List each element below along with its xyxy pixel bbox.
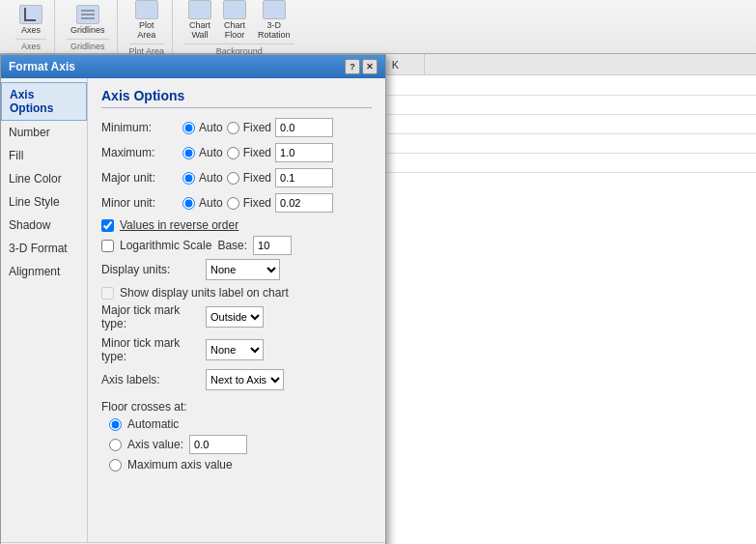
- gridlines-group-label: Gridlines: [67, 39, 109, 51]
- 3d-rotation-icon: [263, 0, 286, 19]
- major-unit-fixed-radio[interactable]: [227, 172, 239, 185]
- major-unit-auto-label: Auto: [199, 171, 223, 185]
- base-value-input[interactable]: [253, 236, 292, 255]
- chart-wall-icon: [188, 0, 211, 19]
- close-x-button[interactable]: ✕: [362, 59, 378, 74]
- major-tick-label: Major tick mark type:: [101, 303, 198, 330]
- nav-shadow[interactable]: Shadow: [1, 214, 87, 237]
- nav-axis-options[interactable]: Axis Options: [1, 82, 87, 121]
- floor-automatic-row: Automatic: [101, 417, 372, 431]
- minor-unit-row: Minor unit: Auto Fixed: [101, 193, 372, 213]
- minor-unit-label: Minor unit:: [101, 196, 179, 210]
- floor-crosses-title: Floor crosses at:: [101, 400, 372, 414]
- display-units-select[interactable]: None Hundreds Thousands: [206, 259, 280, 280]
- gridlines-icon: [76, 5, 99, 24]
- display-units-label: Display units:: [101, 263, 198, 276]
- minimum-fixed-label: Fixed: [243, 121, 271, 134]
- minimum-fixed-radio[interactable]: [227, 122, 239, 134]
- dialog-nav: Axis Options Number Fill Line Color Line…: [1, 78, 88, 542]
- nav-fill[interactable]: Fill: [1, 144, 87, 167]
- chart-wall-label: Chart: [189, 20, 210, 30]
- main-area: Format Axis ? ✕ Axis Options Number Fill…: [0, 54, 756, 544]
- toolbar-group-plotarea: Plot Area Plot Area: [122, 0, 174, 53]
- values-reverse-row: Values in reverse order: [101, 218, 372, 232]
- section-title: Axis Options: [101, 88, 372, 108]
- minor-tick-select[interactable]: None Inside Outside Cross: [206, 339, 264, 360]
- minor-unit-fixed-radio[interactable]: [227, 197, 239, 210]
- axis-labels-select[interactable]: None Low High Next to Axis: [206, 369, 284, 390]
- base-label: Base:: [217, 239, 247, 252]
- minimum-auto-label: Auto: [199, 121, 223, 134]
- minimum-auto-radio[interactable]: [182, 122, 195, 134]
- display-units-row: Display units: None Hundreds Thousands: [101, 259, 372, 280]
- maximum-fixed-label: Fixed: [243, 146, 271, 159]
- toolbar-group-axes: Axes Axes: [8, 0, 55, 53]
- axes-button[interactable]: Axes: [15, 3, 46, 37]
- plot-area-icon: [135, 0, 158, 19]
- minimum-value-input[interactable]: [275, 118, 333, 137]
- minimum-radio-group: Auto Fixed: [182, 118, 333, 137]
- major-unit-label: Major unit:: [101, 171, 179, 185]
- 3d-rotation-label: 3-D: [267, 20, 282, 30]
- axis-labels-row: Axis labels: None Low High Next to Axis: [101, 369, 372, 390]
- logarithmic-label: Logarithmic Scale: [120, 239, 211, 252]
- gridlines-label: Gridlines: [70, 25, 105, 35]
- show-display-units-label: Show display units label on chart: [120, 286, 289, 300]
- maximum-radio-group: Auto Fixed: [182, 143, 333, 162]
- toolbar-group-gridlines: Gridlines Gridlines: [59, 0, 118, 53]
- floor-max-row: Maximum axis value: [101, 458, 372, 472]
- axes-group-label: Axes: [15, 39, 46, 51]
- minor-unit-fixed-label: Fixed: [243, 196, 271, 210]
- floor-automatic-label: Automatic: [127, 417, 179, 431]
- plot-area-label: Plot: [139, 20, 154, 30]
- gridlines-button[interactable]: Gridlines: [67, 3, 109, 37]
- chart-floor-icon: [223, 0, 246, 19]
- values-reverse-checkbox[interactable]: [101, 219, 114, 232]
- minimum-row: Minimum: Auto Fixed: [101, 118, 372, 137]
- floor-axis-value-input[interactable]: [189, 435, 247, 454]
- minor-unit-value-input[interactable]: [275, 193, 333, 213]
- maximum-row: Maximum: Auto Fixed: [101, 143, 372, 162]
- nav-number[interactable]: Number: [1, 121, 87, 144]
- toolbar: Axes Axes Gridlines Gridlines Plot Area …: [0, 0, 756, 54]
- chart-floor-button[interactable]: Chart Floor: [219, 0, 250, 42]
- minor-tick-row: Minor tick mark type: None Inside Outsid…: [101, 336, 372, 363]
- logarithmic-row: Logarithmic Scale Base:: [101, 236, 372, 255]
- maximum-fixed-radio[interactable]: [227, 147, 239, 159]
- floor-automatic-radio[interactable]: [109, 418, 122, 431]
- svg-rect-0: [24, 8, 26, 19]
- help-button[interactable]: ?: [345, 59, 360, 74]
- axis-labels-label: Axis labels:: [101, 373, 198, 387]
- nav-line-style[interactable]: Line Style: [1, 190, 87, 214]
- maximum-auto-label: Auto: [199, 146, 223, 159]
- nav-alignment[interactable]: Alignment: [1, 260, 87, 283]
- floor-axis-value-radio[interactable]: [109, 439, 122, 451]
- maximum-value-input[interactable]: [275, 143, 333, 162]
- chart-floor-label2: Floor: [225, 30, 245, 40]
- dialog-overlay: Format Axis ? ✕ Axis Options Number Fill…: [0, 54, 386, 544]
- nav-3d-format[interactable]: 3-D Format: [1, 237, 87, 260]
- major-unit-value-input[interactable]: [275, 168, 333, 187]
- minor-unit-auto-radio[interactable]: [182, 197, 195, 210]
- minimum-label: Minimum:: [101, 121, 179, 134]
- major-unit-auto-radio[interactable]: [182, 172, 195, 185]
- chart-wall-button[interactable]: Chart Wall: [184, 0, 215, 42]
- dialog-content: Axis Options Minimum: Auto Fixed: [88, 78, 385, 542]
- dialog-titlebar-buttons: ? ✕: [345, 59, 378, 74]
- dialog-title: Format Axis: [9, 60, 75, 73]
- show-display-units-checkbox[interactable]: [101, 287, 114, 300]
- logarithmic-checkbox[interactable]: [101, 240, 114, 252]
- 3d-rotation-button[interactable]: 3-D Rotation: [254, 0, 294, 42]
- floor-axis-value-row: Axis value:: [101, 435, 372, 454]
- major-tick-row: Major tick mark type: None Inside Outsid…: [101, 303, 372, 330]
- maximum-auto-radio[interactable]: [182, 147, 195, 159]
- values-reverse-label: Values in reverse order: [120, 218, 238, 232]
- major-tick-select[interactable]: None Inside Outside Cross: [206, 306, 264, 328]
- plot-area-button[interactable]: Plot Area: [131, 0, 162, 42]
- floor-max-radio[interactable]: [109, 459, 122, 472]
- toolbar-group-background: Chart Wall Chart Floor 3-D Rotation Back…: [177, 0, 302, 53]
- floor-max-label: Maximum axis value: [127, 458, 233, 472]
- svg-rect-1: [24, 19, 36, 21]
- nav-line-color[interactable]: Line Color: [1, 167, 87, 190]
- 3d-rotation-label2: Rotation: [258, 30, 291, 40]
